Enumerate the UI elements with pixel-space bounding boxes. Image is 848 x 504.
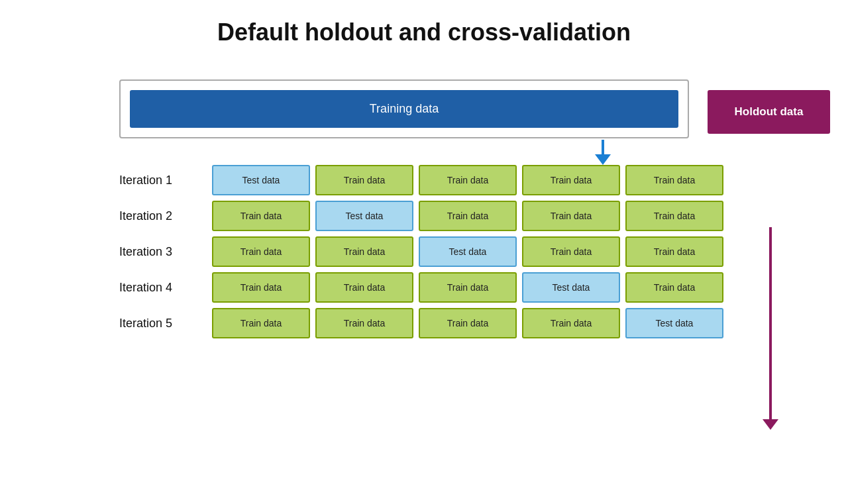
cells-group: Train dataTrain dataTest dataTrain dataT…	[212, 236, 723, 267]
iteration-label: Iteration 3	[119, 245, 212, 259]
train-cell: Train data	[522, 165, 620, 195]
train-cell: Train data	[212, 272, 310, 303]
test-cell: Test data	[522, 272, 620, 303]
iteration-row: Iteration 1Test dataTrain dataTrain data…	[119, 165, 689, 195]
iteration-label: Iteration 1	[119, 174, 212, 187]
arrow-head	[595, 154, 611, 165]
train-cell: Train data	[419, 308, 517, 338]
iteration-label: Iteration 2	[119, 209, 212, 223]
cells-group: Test dataTrain dataTrain dataTrain dataT…	[212, 165, 723, 195]
holdout-arrow-container: Final modelevaluation	[709, 227, 831, 430]
train-cell: Train data	[625, 165, 723, 195]
train-cell: Train data	[419, 201, 517, 231]
holdout-arrow-shaft	[769, 227, 772, 419]
train-cell: Train data	[419, 272, 517, 303]
iterations-section: Final modelevaluation Iteration 1Test da…	[119, 165, 689, 338]
train-cell: Train data	[522, 201, 620, 231]
top-section: Training data Holdout data	[119, 79, 689, 138]
holdout-arrow-head	[763, 419, 778, 430]
arrow-down-wrapper	[119, 138, 835, 165]
iteration-row: Iteration 2Train dataTest dataTrain data…	[119, 201, 689, 231]
test-cell: Test data	[315, 201, 413, 231]
iteration-label: Iteration 5	[119, 317, 212, 330]
page-title: Default holdout and cross-validation	[0, 0, 848, 60]
training-data-bar: Training data	[130, 90, 678, 128]
train-cell: Train data	[212, 201, 310, 231]
arrow-down	[593, 140, 613, 165]
train-cell: Train data	[315, 236, 413, 267]
train-cell: Train data	[212, 236, 310, 267]
cells-group: Train dataTrain dataTrain dataTest dataT…	[212, 272, 723, 303]
arrow-shaft	[602, 140, 604, 154]
iterations-rows: Iteration 1Test dataTrain dataTrain data…	[119, 165, 689, 338]
diagram-wrapper: Training data Holdout data Final modelev…	[119, 79, 835, 338]
train-cell: Train data	[315, 308, 413, 338]
test-cell: Test data	[419, 236, 517, 267]
train-cell: Train data	[315, 272, 413, 303]
train-cell: Train data	[419, 165, 517, 195]
train-cell: Train data	[315, 165, 413, 195]
holdout-box: Holdout data	[708, 90, 830, 134]
iteration-row: Iteration 3Train dataTrain dataTest data…	[119, 236, 689, 267]
iteration-row: Iteration 4Train dataTrain dataTrain dat…	[119, 272, 689, 303]
train-cell: Train data	[212, 308, 310, 338]
test-cell: Test data	[212, 165, 310, 195]
cells-group: Train dataTrain dataTrain dataTrain data…	[212, 308, 723, 338]
train-cell: Train data	[522, 308, 620, 338]
train-cell: Train data	[522, 236, 620, 267]
iteration-label: Iteration 4	[119, 281, 212, 295]
diagram-container: Training data Holdout data Final modelev…	[119, 79, 835, 344]
iteration-row: Iteration 5Train dataTrain dataTrain dat…	[119, 308, 689, 338]
cells-group: Train dataTest dataTrain dataTrain dataT…	[212, 201, 723, 231]
